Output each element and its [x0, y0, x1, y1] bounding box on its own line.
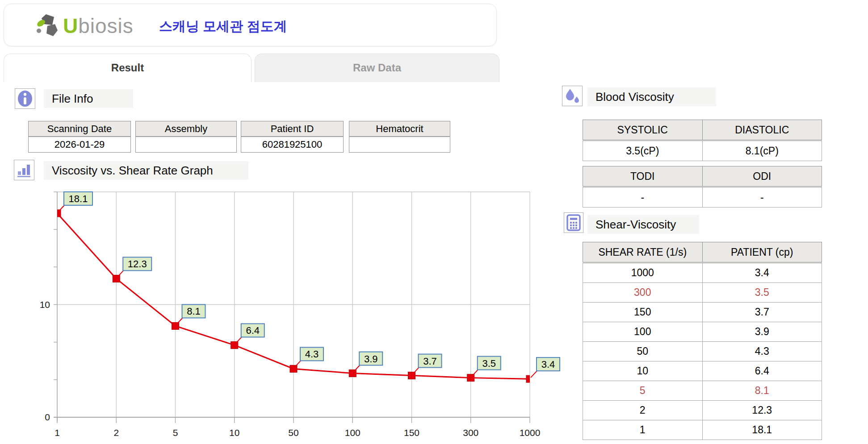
table-row: 2 12.3 [583, 401, 822, 420]
diastolic-header: DIASTOLIC [702, 120, 822, 141]
shear-viscosity-table: SHEAR RATE (1/s) PATIENT (cp) 1000 3.4 3… [583, 242, 822, 440]
patient-cell: 4.3 [702, 342, 822, 361]
viscometer-app: Ubiosis 스캐닝 모세관 점도계 Result Raw Data File… [0, 0, 868, 444]
todi-header: TODI [583, 166, 703, 187]
table-row: 10 6.4 [583, 361, 822, 381]
field-value [136, 137, 237, 153]
field-label: Hematocrit [349, 121, 450, 137]
svg-text:10: 10 [229, 427, 239, 438]
file-info-hematocrit: Hematocrit [349, 121, 450, 153]
patient-cell: 3.4 [702, 263, 822, 283]
svg-text:50: 50 [288, 427, 298, 438]
file-info-assembly: Assembly [135, 121, 237, 153]
info-icon [17, 90, 33, 107]
shear-rate-cell: 2 [583, 401, 703, 420]
shear-rate-cell: 100 [583, 322, 703, 342]
table-row: 300 3.5 [583, 283, 822, 303]
app-header: Ubiosis 스캐닝 모세관 점도계 [4, 4, 497, 46]
todi-value: - [583, 187, 703, 207]
field-label: Patient ID [241, 121, 344, 137]
logo-text-rest: biosis [78, 14, 134, 37]
shear-rate-header: SHEAR RATE (1/s) [583, 242, 703, 263]
viscosity-chart: 0101251050100150300100018.112.38.16.44.3… [27, 190, 576, 443]
shear-viscosity-icon-box [564, 212, 583, 233]
patient-cell: 8.1 [702, 381, 822, 401]
graph-icon-box [14, 160, 34, 180]
svg-text:3.9: 3.9 [364, 353, 378, 365]
tab-raw-data[interactable]: Raw Data [255, 54, 499, 82]
field-label: Assembly [136, 121, 237, 137]
svg-text:6.4: 6.4 [246, 325, 260, 336]
blood-viscosity-table: SYSTOLIC DIASTOLIC 3.5(cP) 8.1(cP) [583, 120, 822, 161]
systolic-header: SYSTOLIC [583, 120, 703, 141]
table-row: 1 18.1 [583, 420, 822, 440]
shear-rate-cell: 50 [583, 342, 703, 361]
shear-rate-cell: 1 [583, 420, 703, 440]
svg-text:3.7: 3.7 [423, 356, 437, 367]
field-value: 60281925100 [241, 137, 344, 153]
svg-text:4.3: 4.3 [305, 349, 319, 360]
svg-text:3.5: 3.5 [482, 358, 496, 369]
svg-text:3.4: 3.4 [541, 359, 555, 370]
shear-rate-cell: 150 [583, 303, 703, 322]
svg-text:18.1: 18.1 [69, 193, 88, 204]
shear-rate-cell: 1000 [583, 263, 703, 283]
file-info-patient-id: Patient ID 60281925100 [241, 121, 344, 153]
shear-rate-cell: 10 [583, 361, 703, 381]
ubiosis-logo-text: Ubiosis [63, 13, 134, 38]
svg-text:1000: 1000 [520, 427, 541, 438]
shear-rate-cell: 300 [583, 283, 703, 303]
shear-rate-cell: 5 [583, 381, 703, 401]
patient-cell: 6.4 [702, 361, 822, 381]
file-info-scanning-date: Scanning Date 2026-01-29 [28, 121, 131, 153]
calculator-icon [566, 214, 581, 231]
patient-cell: 12.3 [702, 401, 822, 420]
svg-text:150: 150 [404, 427, 419, 438]
file-info-icon-box [15, 88, 35, 109]
field-value [349, 137, 450, 153]
table-row: 100 3.9 [583, 322, 822, 342]
app-subtitle-korean: 스캐닝 모세관 점도계 [159, 17, 287, 36]
tab-result[interactable]: Result [4, 54, 252, 82]
blood-viscosity-title: Blood Viscosity [587, 87, 716, 106]
svg-text:5: 5 [173, 427, 178, 438]
shear-viscosity-title: Shear-Viscosity [587, 215, 699, 234]
odi-value: - [702, 187, 822, 207]
svg-text:0: 0 [45, 412, 50, 422]
svg-text:300: 300 [463, 427, 478, 438]
ubiosis-logo: Ubiosis [35, 13, 134, 39]
table-row: 1000 3.4 [583, 263, 822, 283]
systolic-value: 3.5(cP) [583, 141, 703, 161]
svg-text:2: 2 [113, 427, 119, 438]
field-label: Scanning Date [29, 121, 131, 137]
patient-cell: 3.9 [702, 322, 822, 342]
file-info-title: File Info [44, 89, 133, 108]
svg-text:8.1: 8.1 [187, 306, 201, 317]
svg-text:12.3: 12.3 [128, 258, 147, 270]
todi-odi-table: TODI ODI - - [583, 166, 822, 207]
svg-text:100: 100 [345, 427, 361, 438]
blood-viscosity-icon-box [562, 86, 583, 106]
svg-text:1: 1 [55, 427, 60, 438]
patient-cell: 3.5 [702, 283, 822, 303]
logo-letter-u: U [63, 14, 78, 37]
odi-header: ODI [702, 166, 822, 187]
diastolic-value: 8.1(cP) [702, 141, 822, 161]
blood-drops-icon [564, 87, 581, 104]
ubiosis-logo-icon [35, 13, 63, 39]
table-row: 5 8.1 [583, 381, 822, 401]
table-row: 50 4.3 [583, 342, 822, 361]
field-value: 2026-01-29 [29, 137, 131, 153]
patient-header: PATIENT (cp) [702, 242, 822, 263]
table-row: 150 3.7 [583, 303, 822, 322]
bar-chart-icon [17, 162, 32, 178]
svg-text:10: 10 [40, 299, 50, 310]
patient-cell: 3.7 [702, 303, 822, 322]
patient-cell: 18.1 [702, 420, 822, 440]
graph-section-title: Viscosity vs. Shear Rate Graph [44, 161, 248, 180]
